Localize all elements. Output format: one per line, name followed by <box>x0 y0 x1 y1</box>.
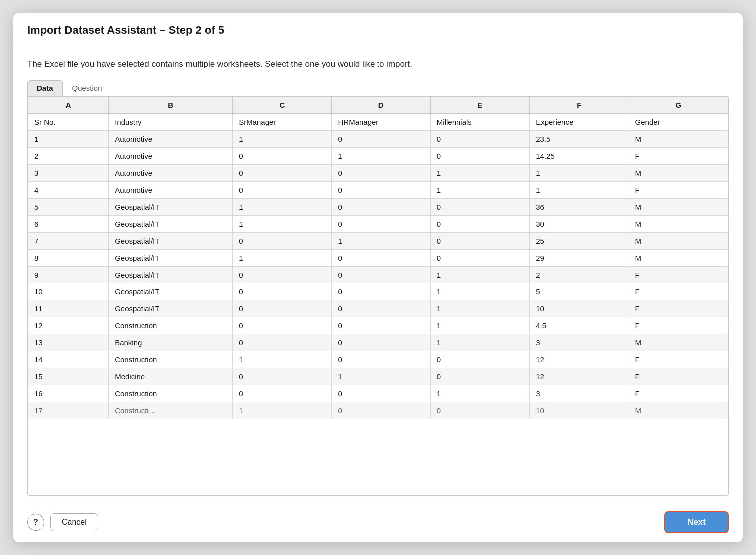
cell-G-16: F <box>629 385 728 402</box>
cell-G-5: M <box>629 199 728 216</box>
cell-D-14: 0 <box>332 351 430 368</box>
column-headers: A B C D E F G <box>28 97 728 114</box>
cell-D-12: 0 <box>332 317 430 334</box>
cell-D-16: 0 <box>332 385 430 402</box>
cell-C-2: 0 <box>233 148 332 165</box>
footer-left: ? Cancel <box>27 513 98 531</box>
col-header-g: G <box>629 97 728 114</box>
col-header-f: F <box>530 97 629 114</box>
cell-G-9: F <box>629 267 728 283</box>
cell-C-7: 0 <box>233 233 332 250</box>
table-row: 10Geospatial/IT0015F <box>28 283 728 300</box>
table-row: 7Geospatial/IT01025M <box>28 233 728 250</box>
cell-F-6: 30 <box>530 216 629 233</box>
table-row: 6Geospatial/IT10030M <box>28 216 728 233</box>
cell-E-1: 0 <box>430 131 529 148</box>
cell-G-12: F <box>629 317 728 334</box>
cell-F-5: 36 <box>530 199 629 216</box>
cell-A-2: 2 <box>28 148 109 165</box>
cell-E-14: 0 <box>430 351 529 368</box>
col-header-d: D <box>332 97 430 114</box>
col-header-e: E <box>430 97 529 114</box>
cell-A-0: Sr No. <box>28 114 109 131</box>
cell-A-17: 17 <box>28 402 109 419</box>
cell-B-4: Automotive <box>109 182 233 199</box>
cell-C-6: 1 <box>233 216 332 233</box>
col-header-b: B <box>109 97 233 114</box>
import-dialog: Import Dataset Assistant – Step 2 of 5 T… <box>13 13 743 542</box>
cell-C-10: 0 <box>233 283 332 300</box>
cell-A-16: 16 <box>28 385 109 402</box>
table-container[interactable]: A B C D E F G Sr No.IndustrySrManagerHRM… <box>27 96 729 496</box>
cell-G-4: F <box>629 182 728 199</box>
cell-F-15: 12 <box>530 368 629 385</box>
cell-D-11: 0 <box>332 300 430 317</box>
cell-F-9: 2 <box>530 267 629 283</box>
cell-E-0: Millennials <box>430 114 529 131</box>
cell-B-0: Industry <box>109 114 233 131</box>
cell-F-11: 10 <box>530 300 629 317</box>
cell-A-14: 14 <box>28 351 109 368</box>
cell-C-8: 1 <box>233 250 332 267</box>
cell-F-12: 4.5 <box>530 317 629 334</box>
dialog-title: Import Dataset Assistant – Step 2 of 5 <box>27 24 224 36</box>
cell-E-10: 1 <box>430 283 529 300</box>
cell-E-5: 0 <box>430 199 529 216</box>
cell-F-7: 25 <box>530 233 629 250</box>
cell-F-1: 23.5 <box>530 131 629 148</box>
cell-G-15: F <box>629 368 728 385</box>
cell-C-5: 1 <box>233 199 332 216</box>
cell-C-0: SrManager <box>233 114 332 131</box>
cell-A-9: 9 <box>28 267 109 283</box>
cell-B-11: Geospatial/IT <box>109 300 233 317</box>
cell-F-14: 12 <box>530 351 629 368</box>
cell-F-17: 10 <box>530 402 629 419</box>
table-row: 2Automotive01014.25F <box>28 148 728 165</box>
cell-G-17: M <box>629 402 728 419</box>
cell-F-3: 1 <box>530 165 629 182</box>
cell-E-7: 0 <box>430 233 529 250</box>
cell-B-7: Geospatial/IT <box>109 233 233 250</box>
cell-E-8: 0 <box>430 250 529 267</box>
cell-A-6: 6 <box>28 216 109 233</box>
cell-B-12: Construction <box>109 317 233 334</box>
data-table: A B C D E F G Sr No.IndustrySrManagerHRM… <box>28 96 728 419</box>
cancel-button[interactable]: Cancel <box>50 513 98 531</box>
table-row: 12Construction0014.5F <box>28 317 728 334</box>
dialog-header: Import Dataset Assistant – Step 2 of 5 <box>13 13 743 45</box>
cell-B-5: Geospatial/IT <box>109 199 233 216</box>
cell-G-10: F <box>629 283 728 300</box>
cell-E-13: 1 <box>430 334 529 351</box>
tab-data[interactable]: Data <box>27 80 63 96</box>
dialog-body: The Excel file you have selected contain… <box>13 45 743 502</box>
help-button[interactable]: ? <box>27 514 44 531</box>
table-row: 17Constructi…10010M <box>28 402 728 419</box>
cell-A-1: 1 <box>28 131 109 148</box>
cell-G-1: M <box>629 131 728 148</box>
cell-C-3: 0 <box>233 165 332 182</box>
cell-B-6: Geospatial/IT <box>109 216 233 233</box>
instruction-text: The Excel file you have selected contain… <box>27 59 729 69</box>
cell-G-8: M <box>629 250 728 267</box>
cell-D-17: 0 <box>332 402 430 419</box>
cell-F-10: 5 <box>530 283 629 300</box>
table-row: 14Construction10012F <box>28 351 728 368</box>
cell-G-14: F <box>629 351 728 368</box>
next-button[interactable]: Next <box>664 511 729 533</box>
tab-question[interactable]: Question <box>63 80 112 96</box>
table-row: 5Geospatial/IT10036M <box>28 199 728 216</box>
cell-B-13: Banking <box>109 334 233 351</box>
cell-B-15: Medicine <box>109 368 233 385</box>
cell-C-13: 0 <box>233 334 332 351</box>
cell-F-16: 3 <box>530 385 629 402</box>
dialog-footer: ? Cancel Next <box>13 502 743 542</box>
tab-bar: Data Question <box>27 80 729 96</box>
cell-C-14: 1 <box>233 351 332 368</box>
cell-G-3: M <box>629 165 728 182</box>
cell-D-5: 0 <box>332 199 430 216</box>
cell-G-2: F <box>629 148 728 165</box>
cell-D-13: 0 <box>332 334 430 351</box>
cell-D-3: 0 <box>332 165 430 182</box>
table-row: 13Banking0013M <box>28 334 728 351</box>
cell-B-3: Automotive <box>109 165 233 182</box>
